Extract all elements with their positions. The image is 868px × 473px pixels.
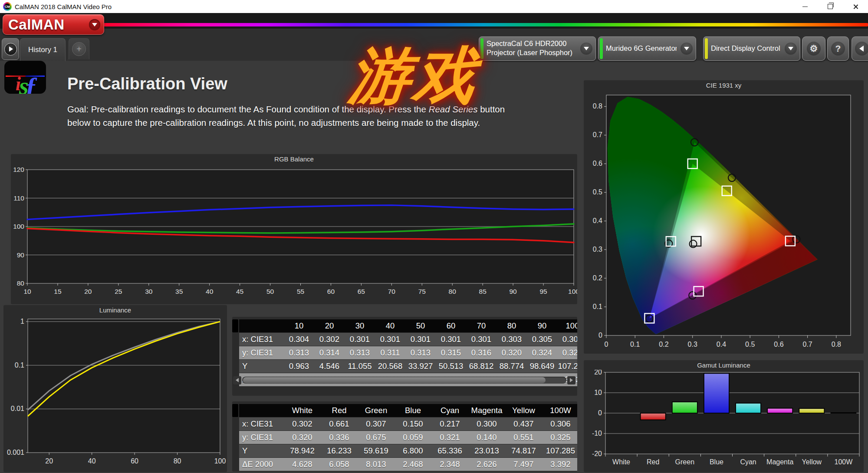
window-titlebar: CM CalMAN 2018 CalMAN Video Pro — [0, 0, 868, 13]
table-cell: 8.013 — [358, 458, 395, 471]
table-horizontal-scrollbar[interactable] — [233, 376, 575, 384]
chevron-down-icon — [89, 19, 100, 30]
svg-text:70: 70 — [388, 288, 396, 295]
row-handle[interactable] — [232, 346, 238, 359]
column-header: White — [284, 404, 321, 417]
restore-button[interactable] — [818, 0, 843, 13]
scrollbar-thumb[interactable] — [243, 377, 546, 383]
scroll-left-button[interactable] — [233, 376, 241, 384]
table-cell: 107.285 — [557, 360, 577, 373]
calman-menu-button[interactable]: CalMAN — [3, 14, 104, 35]
table-cell: 74.817 — [505, 444, 542, 457]
workflow-nav-button[interactable] — [2, 38, 19, 60]
svg-text:10: 10 — [594, 389, 602, 396]
row-handle[interactable] — [232, 360, 238, 373]
table-cell: 0.437 — [505, 417, 542, 430]
app-icon: CM — [3, 2, 12, 11]
bar-blue — [704, 373, 729, 413]
svg-text:0.6: 0.6 — [593, 160, 602, 167]
column-header: 100W — [542, 404, 577, 417]
generator-dropdown[interactable]: Murideo 6G Generator — [598, 36, 696, 61]
svg-text:20: 20 — [594, 370, 602, 376]
svg-text:100: 100 — [214, 457, 226, 465]
calman-logo-text: CalMAN — [8, 16, 89, 33]
display-control-dropdown[interactable]: Direct Display Control — [703, 36, 800, 61]
row-handle[interactable] — [232, 431, 238, 444]
rgb-balance-chart: 1201101009080101520253035404550556065707… — [11, 164, 577, 303]
table-cell: 0.313 — [284, 346, 314, 359]
table-cell: 0.301 — [405, 333, 436, 346]
table-cell: 0.217 — [431, 417, 468, 430]
table-cell: 0.314 — [314, 346, 345, 359]
table-cell: 107.285 — [542, 444, 577, 457]
svg-text:0.4: 0.4 — [593, 217, 602, 224]
svg-text:20: 20 — [84, 288, 92, 295]
cie-chart-panel: CIE 1931 xy 000.10.10.20.20.30.30.40.40.… — [584, 80, 864, 354]
table-cell: 6.058 — [321, 458, 358, 471]
svg-text:Blue: Blue — [710, 458, 723, 466]
svg-text:0.1: 0.1 — [593, 303, 602, 310]
svg-text:80: 80 — [174, 457, 181, 465]
row-handle[interactable] — [232, 458, 238, 471]
chart-title: RGB Balance — [11, 155, 577, 163]
svg-text:85: 85 — [479, 288, 487, 295]
svg-text:35: 35 — [175, 288, 183, 295]
gear-icon: ⚙ — [807, 42, 821, 56]
svg-text:0.7: 0.7 — [803, 341, 812, 348]
svg-text:30: 30 — [145, 288, 153, 295]
table-cell: 3.392 — [542, 458, 577, 471]
row-handle[interactable] — [232, 333, 238, 346]
table-header-row: 102030405060708090100 — [232, 319, 577, 332]
add-tab-button[interactable]: + — [69, 38, 89, 59]
svg-text:White: White — [612, 458, 630, 466]
plus-icon: + — [72, 42, 86, 56]
help-icon: ? — [831, 42, 845, 56]
svg-text:0.7: 0.7 — [593, 131, 602, 138]
play-icon — [4, 43, 17, 56]
row-label: x: CIE31 — [239, 333, 284, 346]
table-cell: 0.301 — [375, 333, 405, 346]
svg-text:25: 25 — [115, 288, 122, 295]
help-button[interactable]: ? — [827, 36, 849, 61]
table-cell: 68.812 — [466, 360, 496, 373]
column-header: 40 — [375, 319, 405, 332]
column-header: 50 — [405, 319, 436, 332]
svg-text:0.1: 0.1 — [15, 361, 24, 369]
tab-label: History 1 — [28, 46, 57, 54]
close-button[interactable] — [843, 0, 868, 13]
collapse-panel-button[interactable] — [852, 36, 868, 61]
grayscale-table-panel: 102030405060708090100x: CIE310.3040.3020… — [232, 317, 577, 396]
table-cell: 0.313 — [405, 346, 436, 359]
chart-title: Gamut Luminance — [584, 361, 864, 369]
bar-magenta — [767, 408, 792, 413]
minimize-button[interactable] — [792, 0, 818, 13]
window-controls — [792, 0, 868, 13]
table-cell: 0.307 — [358, 417, 395, 430]
row-label: y: CIE31 — [239, 431, 284, 444]
svg-text:0: 0 — [598, 409, 602, 417]
svg-text:10: 10 — [23, 288, 31, 295]
table-cell: 0.301 — [436, 333, 466, 346]
table-cell: 0.306 — [557, 333, 577, 346]
cie-1931-chart: 000.10.10.20.20.30.30.40.40.50.50.60.60.… — [584, 91, 864, 353]
table-cell: 6.800 — [395, 444, 431, 457]
spectrum-bar — [99, 23, 868, 26]
table-cell: 78.942 — [284, 444, 321, 457]
svg-text:95: 95 — [539, 288, 547, 295]
settings-button[interactable]: ⚙ — [802, 36, 825, 61]
page-title: Pre-Calibration View — [67, 75, 227, 93]
table-row: y: CIE310.3130.3140.3130.3110.3130.3150.… — [232, 346, 577, 359]
row-handle[interactable] — [232, 417, 238, 430]
row-handle[interactable] — [232, 444, 238, 457]
tab-history-1[interactable]: History 1 — [20, 38, 66, 61]
column-header: 90 — [527, 319, 557, 332]
scrollbar-track[interactable] — [242, 377, 566, 384]
table-cell: 11.055 — [345, 360, 375, 373]
meter-source-dropdown[interactable]: SpectraCal C6 HDR2000Projector (Laser Ph… — [479, 36, 596, 61]
scroll-right-button[interactable] — [567, 376, 575, 384]
column-header: 80 — [496, 319, 527, 332]
svg-text:-10: -10 — [592, 430, 602, 437]
column-header: Cyan — [431, 404, 468, 417]
svg-text:0.01: 0.01 — [11, 405, 24, 412]
row-label: Y — [239, 444, 284, 457]
